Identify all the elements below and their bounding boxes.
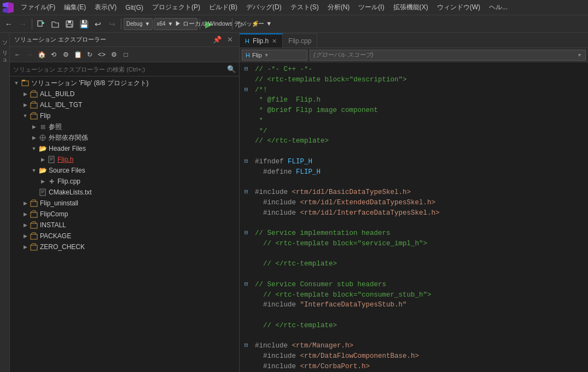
- code-line-20: // </rtc-template>: [240, 259, 588, 269]
- menu-extensions[interactable]: 拡張機能(X): [389, 0, 433, 15]
- collapse-1[interactable]: ⊟: [242, 64, 251, 74]
- forward-btn[interactable]: →: [16, 17, 30, 31]
- tab-flip-h[interactable]: H Flip.h ✕: [240, 33, 283, 48]
- se-home-btn[interactable]: 🏠: [36, 49, 47, 60]
- se-settings-btn[interactable]: ⚙: [60, 49, 71, 60]
- tree-item-package[interactable]: ▶ PACKAGE: [10, 231, 239, 241]
- tab-flip-cpp-label: Flip.cpp: [288, 37, 311, 45]
- open-file-btn[interactable]: [49, 17, 62, 31]
- collapse-28[interactable]: ⊟: [242, 341, 251, 350]
- menu-git[interactable]: Git(G): [121, 0, 148, 15]
- se-search-input[interactable]: [13, 66, 227, 73]
- scope-dropdown[interactable]: (グローバル スコープ) ▼: [310, 50, 586, 61]
- tree-item-zero-check[interactable]: ▶ ZERO_CHECK: [10, 241, 239, 252]
- menu-file[interactable]: ファイル(F): [16, 0, 60, 15]
- tree-item-install[interactable]: ▶ INSTALL: [10, 220, 239, 231]
- svg-marker-1: [8, 2, 14, 13]
- tree-item-external-deps[interactable]: ▶ 外部依存関係: [10, 132, 239, 143]
- tree-item-all-build[interactable]: ▶ ALL_BUILD: [10, 88, 239, 99]
- code-text-29: #include <rtm/DataFlowComponentBase.h>: [255, 351, 584, 362]
- se-props-btn[interactable]: 📋: [72, 49, 83, 60]
- save-btn[interactable]: [63, 17, 76, 31]
- perf-btn[interactable]: ⚡: [249, 17, 262, 31]
- menu-tools[interactable]: ツール(I): [354, 0, 388, 15]
- tree-item-header-files[interactable]: ▼ 📂 Header Files: [10, 143, 239, 154]
- new-project-btn[interactable]: [34, 17, 48, 31]
- svg-marker-0: [3, 2, 8, 8]
- tree-item-cmake[interactable]: ▶ CMakeLists.txt: [10, 187, 239, 198]
- tree-item-flip-h[interactable]: ▶ Flip.h: [10, 154, 239, 165]
- file-dropdown[interactable]: H Flip ▼: [242, 50, 307, 61]
- all-build-expander: ▶: [21, 90, 30, 98]
- code-text-3: /*!: [255, 85, 584, 96]
- editor-area: H Flip.h ✕ Flip.cpp H Flip ▼ (グローバル スコープ…: [240, 33, 588, 372]
- se-expand-btn[interactable]: □: [120, 49, 131, 60]
- close-icon[interactable]: ✕: [225, 35, 235, 44]
- run-dropdown-btn[interactable]: ▶ ローカル Windows デバッガー ▼: [217, 17, 230, 31]
- code-text-26: // </rtc-template>: [255, 321, 584, 331]
- redo-btn[interactable]: ↪: [106, 17, 119, 31]
- menu-build[interactable]: ビルド(B): [205, 0, 242, 15]
- se-refresh-btn[interactable]: ↻: [84, 49, 95, 60]
- tree-item-all-idl-tgt[interactable]: ▶ ALL_IDL_TGT: [10, 99, 239, 110]
- attach-btn[interactable]: ▷: [235, 17, 248, 31]
- code-line-21: [240, 269, 588, 280]
- menu-test[interactable]: テスト(S): [286, 0, 323, 15]
- panel-titlebar: ソリューション エクスプローラー 📌 ✕: [10, 33, 239, 47]
- menu-edit[interactable]: 編集(E): [60, 0, 90, 15]
- pin-icon[interactable]: 📌: [211, 35, 223, 44]
- file-dropdown-arrow: ▼: [264, 52, 269, 58]
- src-expander: ▼: [30, 166, 38, 175]
- tree-item-flip[interactable]: ▼ Flip: [10, 110, 239, 121]
- se-back-btn[interactable]: ←: [12, 49, 23, 60]
- menu-window[interactable]: ウィンドウ(W): [433, 0, 485, 15]
- code-line-13: ⊟ #include <rtm/idl/BasicDataTypeSkel.h>: [240, 187, 588, 198]
- code-line-1: ⊟ // -*- C++ -*-: [240, 64, 588, 75]
- tree-item-flipcomp[interactable]: ▶ FlipComp: [10, 209, 239, 220]
- menu-help[interactable]: ヘル...: [485, 0, 512, 15]
- se-sync-btn[interactable]: ⟲: [48, 49, 59, 60]
- install-expander: ▶: [21, 221, 30, 229]
- config-dropdown[interactable]: Debug ▼: [124, 18, 153, 30]
- tree-solution-root[interactable]: ▼ ソリューション 'Flip' (8/8 プロジェクト): [10, 78, 239, 88]
- svg-rect-3: [38, 21, 42, 26]
- tab-flip-cpp[interactable]: Flip.cpp: [283, 33, 317, 48]
- code-text-11: #define FLIP_H: [255, 167, 584, 178]
- tab-flip-h-close[interactable]: ✕: [272, 38, 277, 45]
- side-icon-3[interactable]: ュ: [1, 55, 9, 63]
- code-text-30: #include <rtm/CorbaPort.h>: [255, 362, 584, 372]
- platform-arrow: ▼: [168, 21, 173, 27]
- code-editor[interactable]: ⊟ // -*- C++ -*- // <rtc-template block=…: [240, 62, 588, 372]
- code-line-24: #include "InterfaceDataTypesStub.h": [240, 300, 588, 310]
- svg-rect-28: [31, 234, 37, 239]
- se-filter-btn[interactable]: ⚙: [108, 49, 119, 60]
- toolbar-sep-1: [32, 19, 32, 29]
- menu-debug[interactable]: デバッグ(D): [242, 0, 286, 15]
- code-text-15: #include <rtm/idl/InterfaceDataTypesSkel…: [255, 208, 584, 219]
- menu-project[interactable]: プロジェクト(P): [148, 0, 205, 15]
- se-forward-btn[interactable]: →: [24, 49, 35, 60]
- collapse-3[interactable]: ⊟: [242, 85, 251, 95]
- se-code-btn[interactable]: <>: [96, 49, 107, 60]
- undo-btn[interactable]: ↩: [91, 17, 104, 31]
- tree-item-flip-uninstall[interactable]: ▶ Flip_uninstall: [10, 198, 239, 209]
- collapse-22[interactable]: ⊟: [242, 280, 251, 289]
- toolbar-sep-2: [121, 19, 121, 29]
- collapse-17[interactable]: ⊟: [242, 228, 251, 238]
- tree-item-flip-cpp[interactable]: ▶ ✚ Flip.cpp: [10, 176, 239, 187]
- package-expander: ▶: [21, 232, 30, 240]
- menubar: ファイル(F) 編集(E) 表示(V) Git(G) プロジェクト(P) ビルド…: [0, 0, 588, 15]
- code-line-29: #include <rtm/DataFlowComponentBase.h>: [240, 351, 588, 362]
- collapse-13[interactable]: ⊟: [242, 187, 251, 197]
- collapse-10[interactable]: ⊟: [242, 157, 251, 166]
- back-btn[interactable]: ←: [2, 17, 15, 31]
- side-icon-2[interactable]: リ: [1, 45, 9, 54]
- package-label: PACKAGE: [40, 232, 71, 240]
- tree-item-source-files[interactable]: ▼ 📂 Source Files: [10, 165, 239, 176]
- menu-analysis[interactable]: 分析(N): [323, 0, 354, 15]
- code-line-18: // <rtc-template block="service_impl_h">: [240, 239, 588, 249]
- save-all-btn[interactable]: 💾: [77, 17, 90, 31]
- side-icon-1[interactable]: ソ: [1, 35, 9, 44]
- tree-item-references[interactable]: ▶ ⊞ 参照: [10, 121, 239, 132]
- menu-view[interactable]: 表示(V): [90, 0, 121, 15]
